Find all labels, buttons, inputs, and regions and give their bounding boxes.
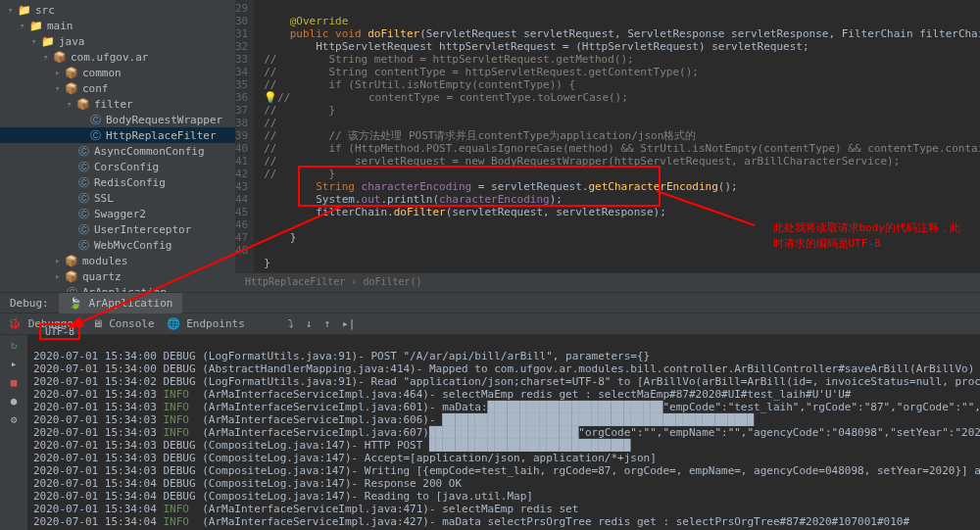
log-line: 2020-07-01 15:34:03 INFO (ArMaInterfaceS… (33, 401, 974, 413)
tree-pkg-conf[interactable]: ▾📦conf (0, 80, 235, 96)
tree-pkg-common[interactable]: ▸📦common (0, 65, 235, 80)
log-line: 2020-07-01 15:34:03 DEBUG (CompositeLog.… (33, 439, 974, 452)
log-line: 2020-07-01 15:34:00 DEBUG (LogFormatUtil… (33, 350, 974, 362)
tree-cls-redis[interactable]: ⒸRedisConfig (0, 174, 235, 190)
tree-cls-async[interactable]: ⒸAsyncCommonConfig (0, 143, 235, 159)
step-over-icon[interactable]: ⤵ (288, 317, 294, 330)
rerun-icon[interactable]: ↻ (11, 339, 18, 352)
log-line: 2020-07-01 15:34:03 DEBUG (CompositeLog.… (33, 464, 974, 477)
log-line: 2020-07-01 15:34:03 DEBUG (CompositeLog.… (33, 452, 974, 464)
tree-cls-cors[interactable]: ⒸCorsConfig (0, 159, 235, 174)
step-into-icon[interactable]: ↓ (306, 317, 313, 330)
log-line: 2020-07-01 15:34:03 INFO (ArMaInterfaceS… (33, 426, 974, 439)
log-line: 2020-07-01 15:34:03 INFO (ArMaInterfaceS… (33, 413, 974, 426)
log-line: 2020-07-01 15:34:03 INFO (ArMaInterfaceS… (33, 388, 974, 401)
run-to-cursor-icon[interactable]: ▸| (342, 317, 355, 330)
breakpoints-icon[interactable]: ● (11, 395, 18, 408)
log-line: 2020-07-01 15:34:00 DEBUG (AbstractHandl… (33, 362, 974, 375)
debug-tab-bar: Debug: 🍃 ArApplication (0, 292, 980, 313)
tree-pkg-root[interactable]: ▾📦com.ufgov.ar (0, 49, 235, 65)
settings-icon[interactable]: ⚙ (11, 413, 18, 426)
stop-icon[interactable]: ■ (11, 376, 18, 389)
tab-console[interactable]: 🖥 Console (92, 317, 155, 330)
tree-folder-src[interactable]: ▾📁src (0, 2, 235, 18)
tree-folder-java[interactable]: ▾📁java (0, 33, 235, 49)
tree-pkg-modules[interactable]: ▸📦modules (0, 253, 235, 268)
intention-bulb-icon[interactable]: 💡 (264, 91, 277, 104)
step-out-icon[interactable]: ↑ (323, 317, 330, 330)
debug-label: Debug: (0, 293, 59, 313)
resume-icon[interactable]: ▸ (11, 358, 18, 370)
debug-side-toolbar: ↻ ▸ ■ ● ⚙ (0, 335, 27, 530)
log-line: 2020-07-01 15:34:04 INFO (ArMaInterfaceS… (33, 503, 974, 515)
tree-pkg-quartz[interactable]: ▸📦quartz (0, 268, 235, 284)
debug-run-config[interactable]: 🍃 ArApplication (59, 293, 183, 313)
utf8-output-highlight: UTF-8 (39, 323, 80, 340)
breadcrumb[interactable]: HttpReplaceFilter › doFilter() (235, 272, 980, 292)
log-line: 2020-07-01 15:34:04 INFO (ArMaInterfaceS… (33, 515, 974, 528)
log-line: 2020-07-01 15:34:04 DEBUG (CompositeLog.… (33, 477, 974, 490)
tree-cls-arapp[interactable]: ⒸArApplication (0, 284, 235, 292)
tree-cls-bodyreq[interactable]: ⒸBodyRequestWrapper (0, 112, 235, 127)
line-gutter: 2930313233343536373839404142434445464748 (235, 0, 254, 272)
tree-cls-ssl[interactable]: ⒸSSL (0, 190, 235, 206)
tree-pkg-filter[interactable]: ▾📦filter (0, 96, 235, 112)
log-line: 2020-07-01 15:34:02 DEBUG (LogFormatUtil… (33, 375, 974, 388)
debugger-toolbar: 🐞 Debugger 🖥 Console 🌐 Endpoints ⤵ ↓ ↑ ▸… (0, 313, 980, 335)
console-output[interactable]: 2020-07-01 15:34:00 DEBUG (LogFormatUtil… (27, 335, 980, 530)
tree-cls-swagger[interactable]: ⒸSwagger2 (0, 206, 235, 221)
tree-cls-httprepl[interactable]: ⒸHttpReplaceFilter (0, 127, 235, 143)
annotation-text: 此处我将读取请求body的代码注释，此 时请求的编码是UTF-8 (773, 220, 961, 252)
tree-cls-userint[interactable]: ⒸUserInterceptor (0, 221, 235, 237)
tab-endpoints[interactable]: 🌐 Endpoints (167, 317, 245, 330)
tree-folder-main[interactable]: ▾📁main (0, 18, 235, 33)
code-highlight-box (298, 166, 661, 207)
log-line: 2020-07-01 15:34:04 DEBUG (CompositeLog.… (33, 490, 974, 503)
tree-cls-webmvc[interactable]: ⒸWebMvcConfig (0, 237, 235, 253)
project-tree[interactable]: ▾📁src ▾📁main ▾📁java ▾📦com.ufgov.ar ▸📦com… (0, 0, 235, 292)
